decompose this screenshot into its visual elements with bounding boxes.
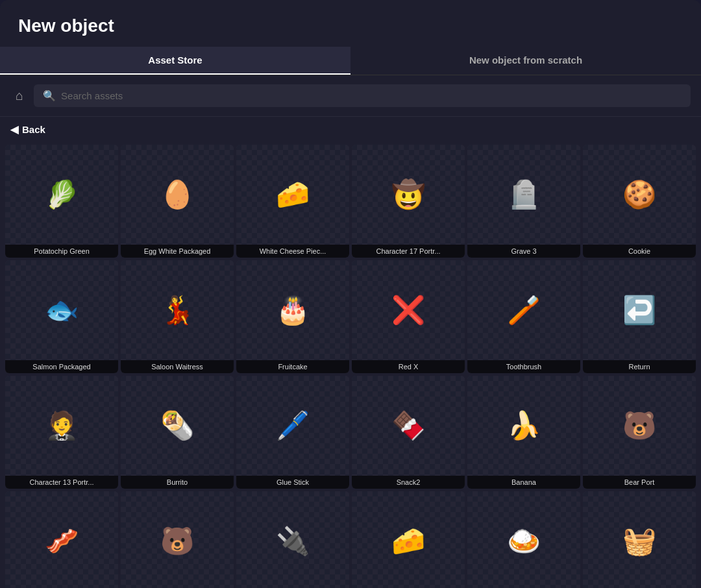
item-label-white-cheese-piec: White Cheese Piec... bbox=[236, 245, 349, 258]
item-emoji-glue-stick: 🖊️ bbox=[276, 412, 310, 439]
item-image-glue-stick: 🖊️ bbox=[236, 376, 349, 476]
item-label-snack2: Snack2 bbox=[352, 476, 465, 489]
item-label-egg-white-packaged: Egg White Packaged bbox=[121, 245, 234, 258]
grid-item-banana[interactable]: 🍌Banana bbox=[467, 376, 580, 489]
item-emoji-toothbrush: 🪥 bbox=[507, 297, 541, 324]
item-image-character-17-portr: 🤠 bbox=[352, 145, 465, 245]
grid-item-curry[interactable]: 🍛Curry bbox=[467, 491, 580, 588]
search-bar: ⌂ 🔍 bbox=[0, 75, 701, 117]
search-input-wrap: 🔍 bbox=[34, 84, 691, 107]
search-input[interactable] bbox=[61, 90, 682, 101]
home-button[interactable]: ⌂ bbox=[10, 86, 29, 106]
item-emoji-bacon: 🥓 bbox=[45, 528, 79, 555]
tab-asset-store[interactable]: Asset Store bbox=[0, 47, 350, 75]
item-image-banana: 🍌 bbox=[467, 376, 580, 476]
item-image-salmon-packaged: 🐟 bbox=[5, 260, 118, 360]
item-emoji-egg-white-packaged: 🥚 bbox=[160, 181, 194, 208]
grid-item-egg-white-packaged[interactable]: 🥚Egg White Packaged bbox=[121, 145, 234, 258]
item-emoji-character-13-portr: 🤵 bbox=[45, 412, 79, 439]
search-icon: 🔍 bbox=[43, 90, 56, 102]
grid-item-white-cheese-piec[interactable]: 🧀White Cheese Piec... bbox=[236, 145, 349, 258]
item-emoji-red-x: ❌ bbox=[391, 297, 425, 324]
tab-bar: Asset Store New object from scratch bbox=[0, 47, 701, 75]
item-emoji-burrito: 🌯 bbox=[160, 412, 194, 439]
item-label-fruitcake: Fruitcake bbox=[236, 360, 349, 373]
grid-item-saloon-waitress[interactable]: 💃Saloon Waitress bbox=[121, 260, 234, 373]
grid-container: 🥬Potatochip Green🥚Egg White Packaged🧀Whi… bbox=[0, 142, 701, 588]
item-emoji-banana: 🍌 bbox=[507, 412, 541, 439]
item-image-egg-white-packaged: 🥚 bbox=[121, 145, 234, 245]
item-image-potatochip-green: 🥬 bbox=[5, 145, 118, 245]
item-emoji-snack2: 🍫 bbox=[391, 412, 425, 439]
item-label-bear-port: Bear Port bbox=[583, 476, 696, 489]
item-emoji-return: ↩️ bbox=[622, 297, 656, 324]
grid-item-snack2[interactable]: 🍫Snack2 bbox=[352, 376, 465, 489]
item-image-saloon-waitress: 💃 bbox=[121, 260, 234, 360]
item-emoji-curry: 🍛 bbox=[507, 528, 541, 555]
item-label-grave-3: Grave 3 bbox=[467, 245, 580, 258]
grid-item-grave-3[interactable]: 🪦Grave 3 bbox=[467, 145, 580, 258]
item-emoji-bear-port: 🐻 bbox=[622, 412, 656, 439]
grid-item-potatochip-green[interactable]: 🥬Potatochip Green bbox=[5, 145, 118, 258]
item-emoji-potatochip-green: 🥬 bbox=[45, 181, 79, 208]
grid-item-character-13-portr[interactable]: 🤵Character 13 Portr... bbox=[5, 376, 118, 489]
item-emoji-grave-3: 🪦 bbox=[507, 181, 541, 208]
item-label-potatochip-green: Potatochip Green bbox=[5, 245, 118, 258]
grid-item-basket-m[interactable]: 🧺Basket M bbox=[583, 491, 696, 588]
item-image-return: ↩️ bbox=[583, 260, 696, 360]
item-image-curry: 🍛 bbox=[467, 491, 580, 588]
item-label-saloon-waitress: Saloon Waitress bbox=[121, 360, 234, 373]
item-image-american-cheese: 🧀 bbox=[352, 491, 465, 588]
grid-item-toothbrush[interactable]: 🪥Toothbrush bbox=[467, 260, 580, 373]
tab-new-from-scratch[interactable]: New object from scratch bbox=[350, 47, 701, 75]
grid-item-burrito[interactable]: 🌯Burrito bbox=[121, 376, 234, 489]
back-label: Back bbox=[22, 124, 45, 135]
item-emoji-white-cheese-piec: 🧀 bbox=[276, 181, 310, 208]
item-image-bacon: 🥓 bbox=[5, 491, 118, 588]
item-label-banana: Banana bbox=[467, 476, 580, 489]
grid-item-cookie[interactable]: 🍪Cookie bbox=[583, 145, 696, 258]
item-label-salmon-packaged: Salmon Packaged bbox=[5, 360, 118, 373]
item-image-white-cheese-piec: 🧀 bbox=[236, 145, 349, 245]
grid-item-bear-port[interactable]: 🐻Bear Port bbox=[583, 376, 696, 489]
item-emoji-american-cheese: 🧀 bbox=[391, 528, 425, 555]
item-emoji-power-strip-typef: 🔌 bbox=[276, 528, 310, 555]
back-arrow-icon: ◀ bbox=[10, 123, 18, 136]
item-emoji-giantgummybear: 🐻 bbox=[160, 528, 194, 555]
back-button[interactable]: ◀ Back bbox=[0, 117, 701, 142]
grid-item-power-strip-typef[interactable]: 🔌Power Strip Typef bbox=[236, 491, 349, 588]
item-label-character-17-portr: Character 17 Portr... bbox=[352, 245, 465, 258]
item-emoji-cookie: 🍪 bbox=[622, 181, 656, 208]
item-image-cookie: 🍪 bbox=[583, 145, 696, 245]
item-image-fruitcake: 🎂 bbox=[236, 260, 349, 360]
grid-item-bacon[interactable]: 🥓Bacon bbox=[5, 491, 118, 588]
grid-item-character-17-portr[interactable]: 🤠Character 17 Portr... bbox=[352, 145, 465, 258]
item-image-snack2: 🍫 bbox=[352, 376, 465, 476]
item-image-basket-m: 🧺 bbox=[583, 491, 696, 588]
grid-item-giantgummybear[interactable]: 🐻Giantgummybear ... bbox=[121, 491, 234, 588]
item-label-burrito: Burrito bbox=[121, 476, 234, 489]
asset-grid: 🥬Potatochip Green🥚Egg White Packaged🧀Whi… bbox=[5, 145, 696, 588]
item-emoji-character-17-portr: 🤠 bbox=[391, 181, 425, 208]
item-image-bear-port: 🐻 bbox=[583, 376, 696, 476]
grid-item-fruitcake[interactable]: 🎂Fruitcake bbox=[236, 260, 349, 373]
item-label-glue-stick: Glue Stick bbox=[236, 476, 349, 489]
grid-item-return[interactable]: ↩️Return bbox=[583, 260, 696, 373]
item-image-grave-3: 🪦 bbox=[467, 145, 580, 245]
item-image-power-strip-typef: 🔌 bbox=[236, 491, 349, 588]
grid-item-american-cheese[interactable]: 🧀American Cheese ... bbox=[352, 491, 465, 588]
item-image-character-13-portr: 🤵 bbox=[5, 376, 118, 476]
item-emoji-fruitcake: 🎂 bbox=[276, 297, 310, 324]
item-label-toothbrush: Toothbrush bbox=[467, 360, 580, 373]
grid-item-glue-stick[interactable]: 🖊️Glue Stick bbox=[236, 376, 349, 489]
item-image-giantgummybear: 🐻 bbox=[121, 491, 234, 588]
grid-item-red-x[interactable]: ❌Red X bbox=[352, 260, 465, 373]
new-object-dialog: New object Asset Store New object from s… bbox=[0, 0, 701, 588]
item-label-return: Return bbox=[583, 360, 696, 373]
item-image-toothbrush: 🪥 bbox=[467, 260, 580, 360]
item-image-burrito: 🌯 bbox=[121, 376, 234, 476]
item-label-red-x: Red X bbox=[352, 360, 465, 373]
item-image-red-x: ❌ bbox=[352, 260, 465, 360]
item-label-character-13-portr: Character 13 Portr... bbox=[5, 476, 118, 489]
grid-item-salmon-packaged[interactable]: 🐟Salmon Packaged bbox=[5, 260, 118, 373]
